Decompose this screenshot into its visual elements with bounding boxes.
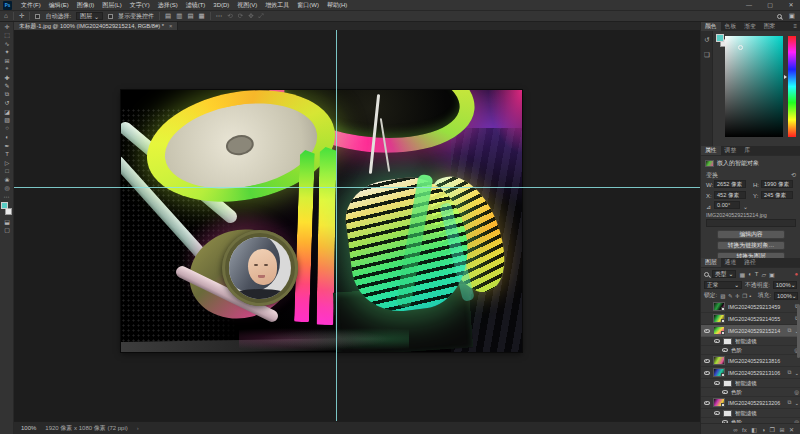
status-chevron-icon[interactable]: › (137, 425, 139, 431)
edit-contents-button[interactable]: 编辑内容 (717, 230, 785, 239)
move-tool-icon[interactable]: ✛ (19, 11, 24, 21)
healing-brush-tool[interactable]: ✚ (0, 73, 14, 82)
layer-filter-toggle[interactable]: ● (794, 271, 798, 277)
history-brush-tool[interactable]: ↺ (0, 99, 14, 108)
guide-vertical[interactable] (336, 30, 337, 421)
layer-row[interactable]: IMG20240529213816 (701, 355, 800, 367)
layer-row[interactable]: IMG20240529213206⧉⌄ (701, 397, 800, 409)
filter-mask-thumbnail[interactable] (723, 410, 732, 417)
tab-颜色[interactable]: 颜色 (701, 22, 721, 31)
lasso-tool[interactable]: ∿ (0, 39, 14, 48)
menu-item-3[interactable]: 图层(L) (98, 0, 125, 11)
height-field[interactable]: 1990 像素 (761, 180, 793, 188)
filter-type-icon[interactable]: T (755, 271, 759, 278)
visibility-toggle[interactable] (721, 348, 728, 352)
foreground-color-swatch[interactable] (1, 202, 8, 209)
auto-select-dropdown[interactable]: 图层⌄ (76, 12, 103, 20)
smart-filters-row[interactable]: 智能滤镜 (701, 379, 800, 388)
canvas[interactable] (121, 90, 522, 352)
pen-tool[interactable]: ✒ (0, 141, 14, 150)
layer-filter-type-dropdown[interactable]: 类型⌄ (712, 270, 736, 278)
lock-all-icon[interactable]: ▪ (750, 293, 752, 299)
layer-thumbnail[interactable] (713, 302, 725, 311)
tab-库[interactable]: 库 (740, 146, 754, 155)
blend-mode-dropdown[interactable]: 正常⌄ (704, 281, 742, 289)
filter-pixel-icon[interactable]: ▦ (739, 271, 745, 278)
visibility-toggle[interactable] (713, 381, 720, 385)
background-color-swatch[interactable] (5, 208, 12, 215)
new-group-icon[interactable]: ❐ (770, 426, 775, 433)
filter-smart-object-icon[interactable]: ▣ (769, 271, 775, 278)
minimize-button[interactable]: — (744, 0, 754, 10)
auto-select-checkbox[interactable] (35, 14, 40, 19)
tab-色板[interactable]: 色板 (721, 22, 741, 31)
clone-stamp-tool[interactable]: ⧉ (0, 90, 14, 99)
add-mask-icon[interactable]: ◧ (751, 426, 757, 433)
filter-options-icon[interactable]: ◎ (794, 389, 799, 395)
menu-item-1[interactable]: 编辑(E) (45, 0, 73, 11)
delete-layer-icon[interactable]: ✕ (789, 426, 794, 433)
x-field[interactable]: 452 像素 (714, 191, 746, 199)
zoom-level-field[interactable]: 100% (21, 425, 36, 431)
layer-thumbnail[interactable] (713, 368, 725, 377)
angle-field[interactable]: 0.00° (714, 201, 740, 209)
menu-item-0[interactable]: 文件(F) (17, 0, 45, 11)
filter-mask-thumbnail[interactable] (723, 380, 732, 387)
menu-item-6[interactable]: 滤镜(T) (182, 0, 210, 11)
blur-tool[interactable]: ○ (0, 124, 14, 133)
zoom-tool[interactable]: ◎ (0, 184, 14, 193)
layer-row[interactable]: IMG20240529213459⧉ (701, 301, 800, 313)
visibility-toggle[interactable] (713, 411, 720, 415)
menu-item-10[interactable]: 窗口(W) (293, 0, 323, 11)
visibility-toggle[interactable] (703, 329, 710, 333)
adjustment-layer-icon[interactable]: ◑ (761, 427, 765, 433)
quick-selection-tool[interactable]: ✦ (0, 48, 14, 57)
marquee-tool[interactable]: ⬚ (0, 31, 14, 40)
layer-thumbnail[interactable] (713, 356, 725, 365)
smart-filter-row[interactable]: 色阶◎ (701, 388, 800, 397)
layer-style-icon[interactable]: fx (742, 427, 747, 433)
close-button[interactable]: ✕ (786, 0, 796, 10)
filename-field[interactable] (706, 219, 796, 227)
hue-slider-arrow[interactable] (784, 75, 787, 79)
lock-position-icon[interactable]: ✛ (735, 293, 740, 299)
tab-渐变[interactable]: 渐变 (740, 22, 760, 31)
shape-tool[interactable]: □ (0, 167, 14, 176)
show-transform-checkbox[interactable] (108, 14, 113, 19)
lock-pixels-icon[interactable]: ✎ (728, 293, 733, 299)
align-top-icon[interactable]: ▦ (199, 11, 205, 21)
angle-dropdown-icon[interactable]: ⌄ (743, 203, 748, 210)
width-field[interactable]: 2652 像素 (714, 180, 746, 188)
visibility-toggle[interactable] (703, 371, 710, 375)
expand-filters-icon[interactable]: ⌄ (794, 400, 799, 406)
layer-thumbnail[interactable] (713, 314, 725, 323)
toolbar-more-icon[interactable]: ⋯ (0, 192, 13, 200)
document-tab[interactable]: 未标题-1.jpg @ 100% (IMG20240529215214, RGB… (14, 22, 178, 30)
tab-通道[interactable]: 通道 (721, 258, 741, 267)
gradient-tool[interactable]: ▨ (0, 116, 14, 125)
convert-to-linked-button[interactable]: 转换为链接对象… (717, 241, 785, 250)
eyedropper-tool[interactable]: ⌖ (0, 65, 14, 74)
dodge-tool[interactable]: ◐ (0, 133, 14, 142)
menu-item-7[interactable]: 3D(D) (209, 0, 233, 11)
history-icon[interactable]: ↺ (701, 34, 713, 46)
move-tool[interactable]: ✛ (0, 22, 14, 31)
menu-item-8[interactable]: 视图(V) (233, 0, 261, 11)
align-left-icon[interactable]: ▤ (165, 11, 171, 21)
quick-mask-icon[interactable]: ⬓ (0, 217, 14, 226)
comment-icon[interactable]: ❏ (701, 49, 713, 61)
panel-menu-icon[interactable]: ≡ (793, 22, 797, 31)
new-layer-icon[interactable]: ⊞ (779, 426, 784, 433)
visibility-toggle[interactable] (713, 339, 720, 343)
screen-mode-icon[interactable]: ▢ (0, 226, 14, 235)
y-field[interactable]: 245 像素 (761, 191, 793, 199)
layer-row[interactable]: IMG20240529213106⧉⌄ (701, 367, 800, 379)
type-tool[interactable]: T (0, 150, 14, 159)
filter-mask-thumbnail[interactable] (723, 338, 732, 345)
menu-item-4[interactable]: 文字(Y) (126, 0, 154, 11)
smart-filters-row[interactable]: 智能滤镜 (701, 409, 800, 418)
maximize-button[interactable]: ▢ (765, 0, 775, 10)
align-right-icon[interactable]: ▤ (187, 11, 193, 21)
saturation-brightness-field[interactable] (725, 36, 783, 137)
more-options-icon[interactable]: ⋯ (216, 11, 223, 21)
